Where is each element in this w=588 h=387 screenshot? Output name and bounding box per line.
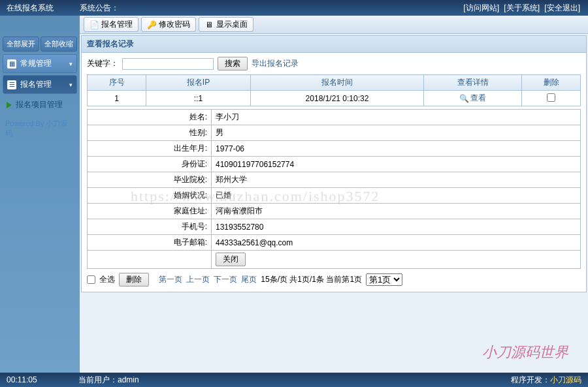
lbl-marital: 婚姻状况: (88, 188, 212, 204)
play-icon (7, 102, 12, 108)
val-marital: 已婚 (212, 188, 581, 204)
toolbar: 📄报名管理 🔑修改密码 🖥显示桌面 (80, 16, 588, 34)
pager: 全选 删除 第一页 上一页 下一页 尾页 15条/页 共1页/1条 当前第1页 … (87, 273, 581, 286)
val-birth: 1977-06 (212, 141, 581, 157)
chevron-down-icon: ▾ (69, 61, 73, 67)
keyword-input[interactable] (122, 58, 214, 70)
content-area: 查看报名记录 关键字： 搜索 导出报名记录 序号 报名IP 报名时间 查看详情 … (80, 34, 588, 373)
magnifier-icon: 🔍 (459, 94, 469, 103)
change-password-button[interactable]: 🔑修改密码 (141, 17, 196, 32)
key-icon: 🔑 (147, 20, 156, 29)
expand-all-button[interactable]: 全部展开 (3, 37, 39, 52)
lbl-sex: 性别: (88, 125, 212, 141)
select-all-checkbox[interactable] (87, 275, 95, 284)
list-icon: ☰ (7, 80, 16, 89)
val-addr: 河南省濮阳市 (212, 204, 581, 219)
close-detail-button[interactable]: 关闭 (216, 253, 246, 266)
sidebar-item-label: 报名项目管理 (16, 99, 63, 110)
visit-site-link[interactable]: [访问网站] (463, 3, 499, 12)
col-del: 删除 (522, 75, 581, 91)
lbl-school: 毕业院校: (88, 172, 212, 188)
page-prev[interactable]: 上一页 (186, 274, 210, 285)
sidebar: 全部展开 全部收缩 ▦ 常规管理 ▾ ☰ 报名管理 ▾ 报名项目管理 Power… (0, 16, 80, 373)
delete-selected-button[interactable]: 删除 (119, 273, 149, 286)
sidebar-item-label: 报名管理 (20, 79, 52, 90)
col-ip: 报名IP (146, 75, 251, 91)
powered-by: Powered By 小刀源码 (3, 119, 77, 138)
col-time: 报名时间 (251, 75, 424, 91)
search-button[interactable]: 搜索 (218, 57, 248, 70)
footer: 00:11:05 当前用户：admin 程序开发：小刀源码 (0, 373, 588, 387)
lbl-birth: 出生年月: (88, 141, 212, 157)
footer-dev: 程序开发：小刀源码 (511, 375, 581, 386)
records-table: 序号 报名IP 报名时间 查看详情 删除 1 ::1 2018/1/21 0:1… (87, 74, 581, 106)
folder-icon: ▦ (7, 59, 16, 69)
panel-title: 查看报名记录 (81, 35, 587, 53)
lbl-mobile: 手机号: (88, 219, 212, 235)
page-last[interactable]: 尾页 (241, 274, 257, 285)
lbl-addr: 家庭住址: (88, 204, 212, 219)
page-info: 15条/页 共1页/1条 当前第1页 (261, 274, 362, 285)
app-title: 在线报名系统 (7, 0, 54, 16)
announce-label: 系统公告： (80, 0, 119, 16)
view-detail-link[interactable]: 🔍查看 (459, 93, 486, 104)
chevron-down-icon: ▾ (69, 82, 73, 88)
footer-user: 当前用户：admin (78, 375, 139, 386)
detail-table: 姓名:李小刀 性别:男 出生年月:1977-06 身份证:41090119770… (87, 109, 581, 269)
val-id: 410901197706152774 (212, 157, 581, 172)
lbl-id: 身份证: (88, 157, 212, 172)
lbl-email: 电子邮箱: (88, 235, 212, 251)
val-school: 郑州大学 (212, 172, 581, 188)
page-select[interactable]: 第1页 (366, 273, 402, 286)
keyword-label: 关键字： (87, 58, 118, 69)
sidebar-item-label: 常规管理 (20, 58, 52, 69)
table-row: 1 ::1 2018/1/21 0:10:32 🔍查看 (88, 91, 581, 106)
lbl-name: 姓名: (88, 110, 212, 125)
export-link[interactable]: 导出报名记录 (252, 58, 299, 69)
row-delete-checkbox[interactable] (547, 93, 555, 102)
app-header: 在线报名系统 系统公告： [访问网站] [关于系统] [安全退出] (0, 0, 588, 16)
desktop-icon: 🖥 (204, 20, 214, 29)
doc-icon: 📄 (90, 20, 99, 29)
signup-mgmt-button[interactable]: 📄报名管理 (84, 17, 139, 32)
about-link[interactable]: [关于系统] (504, 3, 540, 12)
collapse-all-button[interactable]: 全部收缩 (41, 37, 77, 52)
footer-time: 00:11:05 (7, 375, 78, 384)
val-email: 44333a2561@qq.com (212, 235, 581, 251)
dev-link[interactable]: 小刀源码 (550, 375, 581, 384)
col-detail: 查看详情 (424, 75, 522, 91)
col-seq: 序号 (88, 75, 146, 91)
val-sex: 男 (212, 125, 581, 141)
val-mobile: 13193552780 (212, 219, 581, 235)
sidebar-item-general[interactable]: ▦ 常规管理 ▾ (3, 54, 77, 73)
val-name: 李小刀 (212, 110, 581, 125)
show-desktop-button[interactable]: 🖥显示桌面 (199, 17, 253, 32)
sidebar-item-signup[interactable]: ☰ 报名管理 ▾ (3, 75, 77, 94)
logout-link[interactable]: [安全退出] (544, 3, 580, 12)
sidebar-item-project[interactable]: 报名项目管理 (3, 96, 77, 114)
search-row: 关键字： 搜索 导出报名记录 (87, 57, 581, 70)
select-all-label: 全选 (99, 274, 115, 285)
page-first[interactable]: 第一页 (159, 274, 182, 285)
page-next[interactable]: 下一页 (214, 274, 237, 285)
